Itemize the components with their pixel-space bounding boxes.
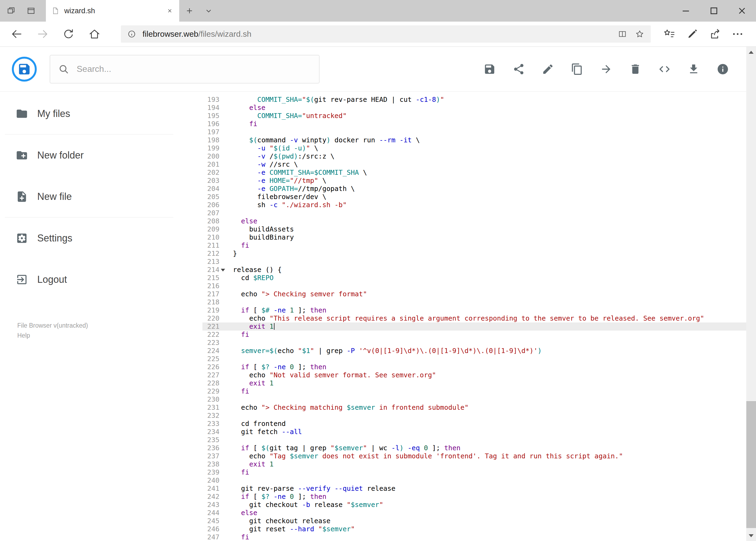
code-line[interactable]: 204 -e GOPATH=//tmp/gopath \ — [202, 185, 746, 193]
code-view-button[interactable] — [658, 63, 671, 75]
code-line[interactable]: 221 exit 1 — [202, 322, 746, 330]
refresh-button[interactable] — [56, 22, 82, 46]
code-line[interactable]: 218 — [202, 298, 746, 306]
code-line[interactable]: 207 — [202, 209, 746, 217]
page-scrollbar[interactable] — [746, 47, 756, 541]
sidebar-item-logout[interactable]: Logout — [0, 259, 178, 300]
back-button[interactable] — [4, 22, 30, 46]
set-tabs-aside-icon[interactable] — [6, 6, 16, 15]
code-line[interactable]: 238 exit 1 — [202, 460, 746, 468]
code-line[interactable]: 223 — [202, 339, 746, 347]
code-line[interactable]: 231 echo "> Checking matching $semver in… — [202, 403, 746, 412]
code-line[interactable]: 230 — [202, 395, 746, 403]
code-line[interactable]: 213 — [202, 258, 746, 266]
sidebar-item-settings[interactable]: Settings — [0, 218, 178, 259]
site-info-icon[interactable] — [127, 30, 136, 38]
code-line[interactable]: 233 cd frontend — [202, 420, 746, 428]
code-line[interactable]: 226 if [ $? -ne 0 ]; then — [202, 363, 746, 371]
scroll-down-icon[interactable] — [746, 530, 756, 541]
code-line[interactable]: 201 -w //src \ — [202, 161, 746, 169]
code-line[interactable]: 215 cd $REPO — [202, 274, 746, 282]
filebrowser-logo[interactable] — [12, 57, 37, 82]
home-button[interactable] — [82, 22, 108, 46]
new-tab-button[interactable] — [179, 0, 200, 22]
code-line[interactable]: 209 buildAssets — [202, 225, 746, 234]
code-line[interactable]: 224 semver=$(echo "$1" | grep -P '^v(0|[… — [202, 347, 746, 355]
close-button[interactable] — [728, 0, 756, 22]
code-line[interactable]: 235 — [202, 436, 746, 444]
code-line[interactable]: 196 fi — [202, 120, 746, 128]
edit-button[interactable] — [542, 63, 554, 75]
code-line[interactable]: 245 git checkout release — [202, 517, 746, 525]
scroll-up-icon[interactable] — [746, 47, 756, 58]
code-line[interactable]: 232 — [202, 412, 746, 420]
tab-preview-chevron-icon[interactable] — [200, 0, 217, 22]
code-line[interactable]: 247 fi — [202, 533, 746, 541]
code-line[interactable]: 206 sh -c "./wizard.sh -b" — [202, 201, 746, 209]
code-editor[interactable]: 193 COMMIT_SHA="$(git rev-parse HEAD | c… — [202, 92, 746, 541]
share-page-icon[interactable] — [704, 22, 726, 46]
sidebar-item-new-file[interactable]: New file — [0, 176, 178, 217]
code-line[interactable]: 228 exit 1 — [202, 379, 746, 387]
code-line[interactable]: 202 -e COMMIT_SHA=$COMMIT_SHA \ — [202, 169, 746, 177]
favorite-star-icon[interactable] — [635, 29, 644, 39]
help-link[interactable]: Help — [17, 330, 88, 340]
code-line[interactable]: 211 fi — [202, 242, 746, 250]
scrollbar-thumb[interactable] — [746, 401, 756, 528]
code-line[interactable]: 229 fi — [202, 387, 746, 395]
search-input[interactable] — [76, 64, 311, 74]
move-button[interactable] — [600, 63, 613, 75]
search-box[interactable] — [50, 55, 320, 84]
code-line[interactable]: 219 if [ $# -ne 1 ]; then — [202, 306, 746, 314]
code-line[interactable]: 246 git reset --hard "$semver" — [202, 525, 746, 533]
forward-button[interactable] — [30, 22, 56, 46]
tab-close-icon[interactable] — [166, 7, 173, 14]
code-line[interactable]: 220 echo "This release script requires a… — [202, 314, 746, 322]
code-line[interactable]: 214release () { — [202, 266, 746, 274]
code-line[interactable]: 222 fi — [202, 330, 746, 339]
code-line[interactable]: 242 if [ $? -ne 0 ]; then — [202, 493, 746, 501]
code-line[interactable]: 203 -e HOME="//tmp" \ — [202, 177, 746, 185]
code-line[interactable]: 234 git fetch --all — [202, 428, 746, 436]
code-line[interactable]: 236 if [ $(git tag | grep "$semver" | wc… — [202, 444, 746, 452]
browser-menu-icon[interactable] — [726, 22, 749, 46]
code-line[interactable]: 208 else — [202, 217, 746, 225]
tabs-preview-icon[interactable] — [26, 6, 36, 15]
sidebar-item-new-folder[interactable]: New folder — [0, 135, 178, 176]
browser-tab[interactable]: wizard.sh — [46, 0, 179, 22]
code-line[interactable]: 244 else — [202, 509, 746, 517]
code-line[interactable]: 241 git rev-parse --verify --quiet relea… — [202, 485, 746, 493]
code-line[interactable]: 199 -u "$(id -u)" \ — [202, 144, 746, 152]
fold-arrow-icon[interactable] — [221, 269, 225, 271]
code-line[interactable]: 197 — [202, 128, 746, 136]
code-line[interactable]: 240 — [202, 476, 746, 485]
maximize-button[interactable] — [700, 0, 728, 22]
code-line[interactable]: 239 fi — [202, 468, 746, 476]
code-line[interactable]: 212} — [202, 250, 746, 258]
address-bar[interactable]: filebrowser.web/files/wizard.sh — [121, 25, 651, 43]
code-line[interactable]: 216 — [202, 282, 746, 290]
code-line[interactable]: 205 filebrowser/dev \ — [202, 193, 746, 201]
favorites-hub-icon[interactable] — [658, 22, 681, 46]
code-line[interactable]: 227 echo "Not valid semver format. See s… — [202, 371, 746, 379]
code-line[interactable]: 210 buildBinary — [202, 234, 746, 242]
code-line[interactable]: 193 COMMIT_SHA="$(git rev-parse HEAD | c… — [202, 96, 746, 104]
save-button[interactable] — [483, 63, 496, 75]
code-line[interactable]: 195 COMMIT_SHA="untracked" — [202, 112, 746, 120]
copy-button[interactable] — [571, 63, 583, 75]
code-line[interactable]: 194 else — [202, 104, 746, 112]
download-button[interactable] — [687, 63, 700, 75]
code-line[interactable]: 200 -v /$(pwd):/src:z \ — [202, 152, 746, 161]
code-line[interactable]: 198 $(command -v winpty) docker run --rm… — [202, 136, 746, 144]
info-button[interactable] — [717, 63, 729, 75]
delete-button[interactable] — [629, 63, 641, 75]
code-line[interactable]: 217 echo "> Checking semver format" — [202, 290, 746, 298]
code-line[interactable]: 225 — [202, 355, 746, 363]
sidebar-item-my-files[interactable]: My files — [0, 93, 178, 134]
reading-view-icon[interactable] — [618, 29, 627, 39]
web-note-pen-icon[interactable] — [681, 22, 704, 46]
share-button[interactable] — [513, 63, 525, 75]
minimize-button[interactable] — [672, 0, 700, 22]
code-line[interactable]: 243 git checkout -b release "$semver" — [202, 501, 746, 509]
code-line[interactable]: 237 echo "Tag $semver does not exist in … — [202, 452, 746, 460]
